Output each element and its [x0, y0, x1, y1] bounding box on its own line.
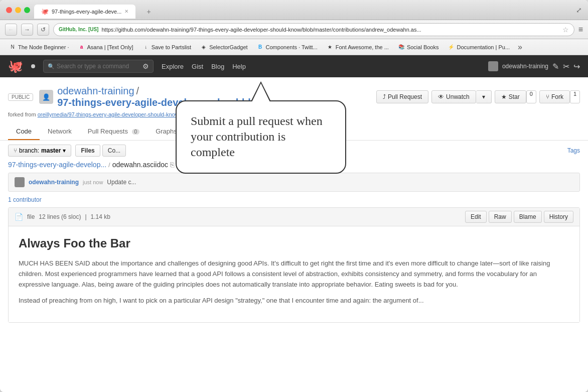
close-button[interactable] — [6, 7, 12, 13]
commit-time: just now — [83, 179, 103, 185]
user-avatar-small — [488, 61, 498, 71]
pull-request-button[interactable]: ⤴ Pull Request — [376, 90, 428, 103]
watch-dropdown[interactable]: ▾ — [476, 90, 492, 103]
watch-button[interactable]: 👁 Unwatch — [431, 90, 476, 103]
pull-request-icon: ⤴ — [383, 93, 386, 100]
node-favicon: N — [9, 44, 16, 51]
file-actions: Edit Raw Blame History — [465, 211, 573, 223]
tab-network[interactable]: Network — [40, 123, 80, 140]
github-logo-icon[interactable]: 🐙 — [8, 59, 23, 73]
maximize-button[interactable] — [24, 7, 30, 13]
bookmark-socialbooks[interactable]: 📚 Social Books — [394, 42, 443, 52]
bookmark-partslist[interactable]: ↓ Save to Partslist — [138, 42, 195, 52]
bookmark-star-icon[interactable]: ☆ — [562, 26, 569, 34]
contributor-count-link[interactable]: 1 contributor — [8, 196, 42, 203]
nav-gist[interactable]: Gist — [192, 63, 203, 70]
tab-code[interactable]: Code — [8, 123, 40, 140]
bookmarks-more-button[interactable]: » — [515, 43, 525, 52]
file-tabs: Files Co... — [75, 145, 126, 157]
bookmark-node-beginner[interactable]: N The Node Beginner · — [5, 42, 73, 52]
file-content-title: Always Foo the Bar — [19, 236, 569, 250]
file-viewer-header: 📄 file 12 lines (6 sloc) | 1.14 kb Edit … — [9, 208, 579, 226]
history-button[interactable]: History — [544, 211, 573, 223]
breadcrumb-separator: / — [108, 161, 110, 169]
file-lines: 12 lines (6 sloc) — [39, 213, 81, 220]
window-resize-button[interactable]: ⤢ — [576, 6, 582, 14]
nav-help[interactable]: Help — [232, 63, 246, 70]
copy-path-icon[interactable]: ⎘ — [170, 161, 174, 169]
user-menu: odewahn-training ✎ ✂ ↪ — [488, 61, 580, 71]
star-icon: ★ — [501, 93, 507, 100]
raw-button[interactable]: Raw — [489, 211, 512, 223]
edit-button[interactable]: Edit — [465, 211, 487, 223]
bookmark-node-label: The Node Beginner · — [18, 44, 69, 50]
callout-bubble: Submit a pull request when your contribu… — [176, 100, 346, 174]
branch-selector[interactable]: ⑂ branch: master ▾ — [8, 145, 71, 157]
commits-tab[interactable]: Co... — [102, 145, 126, 157]
file-viewer: 📄 file 12 lines (6 sloc) | 1.14 kb Edit … — [8, 207, 580, 323]
star-button[interactable]: ★ Star — [495, 90, 526, 103]
bookmark-fontawesome[interactable]: ★ Font Awesome, the ... — [323, 42, 393, 52]
bookmark-socialbooks-label: Social Books — [407, 44, 439, 50]
new-tab-button[interactable]: + — [139, 5, 158, 19]
file-content-paragraph1: MUCH HAS BEEN SAID about the importance … — [19, 258, 569, 290]
star-count: 0 — [526, 90, 536, 103]
titlebar: 🐙 97-things-every-agile-deve... ✕ + ⤢ — [0, 0, 588, 20]
commit-avatar — [15, 177, 25, 187]
repo-owner-link[interactable]: odewahn-training — [57, 85, 134, 97]
breadcrumb-repo-link[interactable]: 97-things-every-agile-develop... — [8, 161, 106, 169]
nav-explore[interactable]: Explore — [162, 63, 184, 70]
active-tab[interactable]: 🐙 97-things-every-agile-deve... ✕ — [34, 5, 135, 19]
selectorgadget-favicon: ◈ — [200, 44, 207, 51]
tab-pull-requests[interactable]: Pull Requests 0 — [80, 123, 148, 140]
visibility-badge: PUBLIC — [8, 93, 33, 101]
traffic-lights — [6, 7, 30, 13]
github-search-input[interactable] — [57, 63, 140, 70]
bookmark-fontawesome-label: Font Awesome, the ... — [336, 44, 389, 50]
search-icon: 🔍 — [48, 63, 55, 70]
back-button[interactable]: ← — [5, 24, 17, 36]
forward-button[interactable]: → — [21, 24, 33, 36]
back-icon: ← — [8, 26, 14, 33]
contributor-row: 1 contributor — [8, 196, 580, 203]
bookmarks-bar: N The Node Beginner · a Asana | [Text On… — [0, 39, 588, 55]
files-tab[interactable]: Files — [75, 145, 100, 157]
signout-icon[interactable]: ↪ — [573, 62, 580, 71]
bookmark-documentation[interactable]: ⚡ Documentation | Pu... — [444, 42, 514, 52]
github-header: 🐙 🔍 ⚙ Explore Gist Blog Help odewahn-tra… — [0, 55, 588, 77]
fork-source-link[interactable]: oreillymedia/97-things-every-agile-devel… — [38, 111, 179, 117]
fork-button[interactable]: ⑂ Fork — [539, 90, 570, 103]
repo-owner-avatar: 👤 — [39, 90, 53, 104]
github-search[interactable]: 🔍 ⚙ — [43, 60, 154, 73]
url-text: https://github.com/odewahn-training/97-t… — [101, 27, 559, 33]
file-info: 📄 file 12 lines (6 sloc) | 1.14 kb — [15, 213, 110, 221]
refresh-icon: ↺ — [41, 26, 46, 33]
bookmark-documentation-label: Documentation | Pu... — [457, 44, 510, 50]
star-button-group: ★ Star 0 — [495, 90, 536, 103]
minimize-button[interactable] — [15, 7, 21, 13]
blame-button[interactable]: Blame — [514, 211, 542, 223]
tags-link[interactable]: Tags — [567, 147, 580, 154]
watch-label: Unwatch — [446, 93, 470, 100]
branch-dropdown-icon: ▾ — [63, 147, 66, 154]
settings-icon[interactable]: ✂ — [563, 62, 569, 71]
breadcrumb-file: odewahn.asciidoc — [112, 161, 168, 169]
tab-close-button[interactable]: ✕ — [124, 9, 128, 14]
nav-blog[interactable]: Blog — [211, 63, 224, 70]
documentation-favicon: ⚡ — [448, 44, 455, 51]
address-bar[interactable]: GitHub, Inc. [US] https://github.com/ode… — [53, 23, 574, 36]
bookmark-components[interactable]: B Components · Twitt... — [253, 42, 322, 52]
partslist-favicon: ↓ — [142, 44, 150, 51]
pull-request-label: Pull Request — [388, 93, 422, 100]
tab-label: 97-things-every-agile-deve... — [52, 9, 121, 15]
create-icon[interactable]: ✎ — [552, 62, 559, 71]
bookmark-selectorgadget[interactable]: ◈ SelectorGadget — [196, 42, 251, 52]
commit-user-link[interactable]: odewahn-training — [29, 179, 79, 186]
search-gear-icon[interactable]: ⚙ — [142, 62, 149, 70]
refresh-button[interactable]: ↺ — [37, 24, 49, 36]
hamburger-menu-icon[interactable]: ≡ — [578, 25, 583, 34]
watch-button-group: 👁 Unwatch ▾ — [431, 90, 492, 103]
bookmark-asana[interactable]: a Asana | [Text Only] — [74, 42, 137, 52]
tab-favicon: 🐙 — [41, 8, 49, 15]
username-link[interactable]: odewahn-training — [502, 63, 548, 70]
